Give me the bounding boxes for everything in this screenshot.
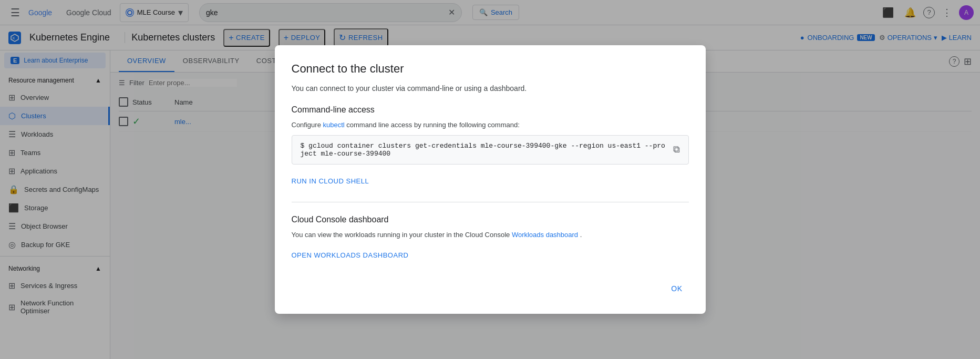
dashboard-desc-prefix: You can view the workloads running in yo… [292, 231, 512, 239]
command-desc: Configure kubectl command line access by… [292, 121, 689, 129]
command-desc-prefix: Configure [292, 121, 323, 129]
dashboard-desc-suffix: . [578, 231, 582, 239]
run-cloud-shell-button[interactable]: RUN IN CLOUD SHELL [292, 173, 369, 189]
open-workloads-dashboard-button[interactable]: OPEN WORKLOADS DASHBOARD [292, 247, 409, 263]
command-text: $ gcloud container clusters get-credenti… [301, 142, 667, 158]
dashboard-desc: You can view the workloads running in yo… [292, 231, 689, 239]
copy-icon[interactable]: ⧉ [673, 145, 680, 155]
dialog-footer: OK [292, 280, 689, 297]
kubectl-link[interactable]: kubectl [323, 121, 344, 129]
dialog-title: Connect to the cluster [292, 62, 689, 76]
modal-overlay[interactable]: Connect to the cluster You can connect t… [0, 0, 980, 359]
command-desc-suffix: command line access by running the follo… [345, 121, 520, 129]
command-box: $ gcloud container clusters get-credenti… [292, 135, 689, 165]
workloads-dashboard-link[interactable]: Workloads dashboard [512, 231, 578, 239]
command-line-section-title: Command-line access [292, 105, 689, 115]
section-divider [292, 202, 689, 202]
dashboard-section-title: Cloud Console dashboard [292, 215, 689, 224]
connect-dialog: Connect to the cluster You can connect t… [275, 45, 706, 314]
dialog-subtitle: You can connect to your cluster via comm… [292, 84, 689, 93]
ok-button[interactable]: OK [665, 280, 688, 297]
